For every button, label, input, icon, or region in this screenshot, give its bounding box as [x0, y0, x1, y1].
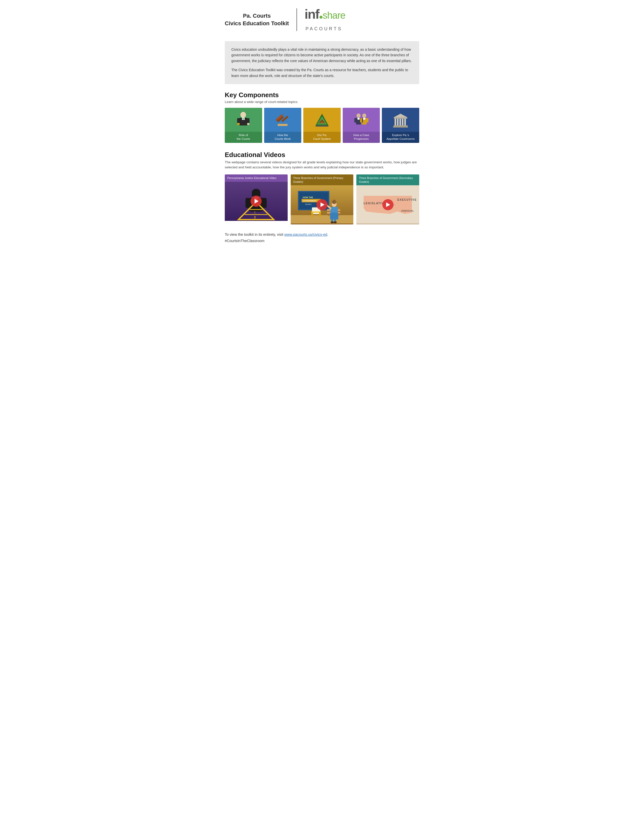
svg-text:EXECUTIVE: EXECUTIVE	[398, 198, 417, 201]
card-case-progresses-image	[343, 108, 380, 132]
svg-rect-74	[311, 212, 321, 213]
video-card-2[interactable]: Three Branches of Government (Primary Gr…	[291, 174, 354, 224]
card-case-progresses[interactable]: How a CaseProgresses	[343, 108, 380, 143]
logo-pacourts-text: PACOURTS	[304, 26, 343, 32]
svg-rect-6	[247, 118, 250, 124]
svg-rect-51	[291, 215, 354, 224]
video-2-header: Three Branches of Government (Primary Gr…	[291, 174, 354, 185]
svg-point-69	[330, 221, 333, 224]
svg-text:HOW THE: HOW THE	[303, 196, 313, 199]
svg-text:WORKS: WORKS	[305, 203, 312, 205]
video-card-1[interactable]: Pennsylvania Justice Educational Video	[225, 174, 288, 224]
logo-area: inf share PACOURTS	[304, 8, 346, 32]
logo-info-text: inf	[304, 8, 319, 21]
page-header: Pa. Courts Civics Education Toolkit inf …	[225, 8, 419, 34]
logo-share-text: share	[322, 11, 345, 20]
intro-box: Civics education undoubtedly plays a vit…	[225, 41, 419, 84]
svg-point-20	[356, 113, 361, 118]
svg-rect-76	[319, 213, 321, 217]
key-components-title: Key Components	[225, 91, 419, 99]
card-role-courts-image	[225, 108, 262, 132]
educational-videos-subtitle: The webpage contains several videos desi…	[225, 160, 419, 170]
judge-illustration	[235, 111, 251, 129]
components-cards-row: Role ofthe Courts How theCourts Work	[225, 108, 419, 143]
svg-text:2: 2	[254, 215, 256, 219]
card-court-system-label: Our Pa.Court System	[303, 132, 341, 143]
videos-row: Pennsylvania Justice Educational Video	[225, 174, 419, 224]
svg-rect-37	[393, 125, 407, 127]
gavel-illustration	[275, 113, 290, 128]
logo-dot-icon	[319, 16, 322, 19]
svg-text:JUDICIAL: JUDICIAL	[401, 209, 414, 212]
footer-link[interactable]: www.pacourts.us/civics-ed	[284, 233, 327, 236]
video-2-thumb: HOW THE GOVERNMENT WORKS	[291, 185, 354, 224]
card-appellate[interactable]: Explore Pa.'sAppellate Courtrooms	[382, 108, 419, 143]
svg-rect-14	[278, 124, 287, 126]
header-title-block: Pa. Courts Civics Education Toolkit	[225, 12, 296, 27]
key-components-section: Key Components Learn about a wide range …	[225, 91, 419, 143]
svg-rect-29	[367, 118, 369, 123]
svg-rect-28	[360, 118, 362, 123]
card-courts-work-label: How theCourts Work	[264, 132, 301, 143]
svg-rect-22	[357, 118, 360, 120]
card-court-system[interactable]: Our Pa.Court System	[303, 108, 341, 143]
svg-text:GOVERNMENT: GOVERNMENT	[303, 199, 316, 202]
key-components-subtitle: Learn about a wide range of court-relate…	[225, 100, 419, 104]
footer-text: To view the toolkit in its entirety, vis…	[225, 233, 284, 236]
video-2-title: Three Branches of Government (Primary Gr…	[293, 177, 343, 183]
video-1-thumb: 2 1	[225, 182, 288, 221]
svg-rect-5	[237, 118, 240, 124]
card-courts-work-image	[264, 108, 301, 132]
pyramid-illustration	[313, 113, 331, 128]
svg-rect-9	[237, 123, 240, 125]
logo-info-row: inf share	[304, 8, 346, 26]
video-1-header: Pennsylvania Justice Educational Video	[225, 174, 288, 182]
video-3-header: Three Branches of Government (Secondary …	[356, 174, 419, 185]
page-title: Pa. Courts Civics Education Toolkit	[225, 12, 289, 27]
card-courts-work[interactable]: How theCourts Work	[264, 108, 301, 143]
people-illustration	[353, 112, 370, 129]
card-role-courts-label: Role ofthe Courts	[225, 132, 262, 143]
svg-rect-19	[316, 126, 328, 127]
svg-rect-32	[395, 119, 396, 125]
header-divider	[296, 8, 297, 31]
card-appellate-image	[382, 108, 419, 132]
card-appellate-label: Explore Pa.'sAppellate Courtrooms	[382, 132, 419, 143]
svg-rect-75	[311, 213, 313, 217]
card-court-system-image	[303, 108, 341, 132]
svg-text:1: 1	[254, 211, 256, 214]
svg-rect-31	[394, 117, 407, 119]
play-icon	[320, 203, 325, 207]
svg-rect-34	[399, 119, 401, 125]
play-icon	[386, 203, 390, 207]
card-case-progresses-label: How a CaseProgresses	[343, 132, 380, 143]
svg-point-64	[333, 199, 335, 203]
video-3-thumb: LEGISLATIVE EXECUTIVE JUDICIAL TH ES OF …	[356, 185, 419, 224]
card-role-courts[interactable]: Role ofthe Courts	[225, 108, 262, 143]
svg-rect-25	[363, 118, 365, 120]
svg-rect-26	[354, 118, 356, 123]
svg-point-0	[240, 112, 246, 118]
video-3-title: Three Branches of Government (Secondary …	[359, 177, 413, 183]
intro-paragraph-1: Civics education undoubtedly plays a vit…	[231, 47, 413, 64]
svg-rect-4	[242, 118, 244, 119]
svg-point-8	[247, 123, 250, 125]
svg-rect-36	[404, 119, 406, 125]
svg-rect-33	[397, 119, 399, 125]
video-1-title: Pennsylvania Justice Educational Video	[227, 177, 276, 180]
play-icon	[254, 199, 259, 203]
building-illustration	[392, 112, 409, 129]
intro-paragraph-2: The Civics Education Toolkit was created…	[231, 67, 413, 79]
video-3-play-button[interactable]	[382, 199, 393, 210]
educational-videos-title: Educational Videos	[225, 151, 419, 159]
footer-hashtag: #CourtsInTheClassroom	[225, 239, 264, 243]
video-card-3[interactable]: Three Branches of Government (Secondary …	[356, 174, 419, 224]
footer-after-link: .	[327, 233, 328, 236]
svg-point-70	[333, 221, 336, 224]
footer: To view the toolkit in its entirety, vis…	[225, 232, 419, 244]
svg-rect-35	[402, 119, 403, 125]
svg-marker-30	[393, 114, 407, 117]
svg-rect-38	[393, 127, 408, 127]
educational-videos-section: Educational Videos The webpage contains …	[225, 151, 419, 224]
svg-point-23	[362, 113, 366, 118]
